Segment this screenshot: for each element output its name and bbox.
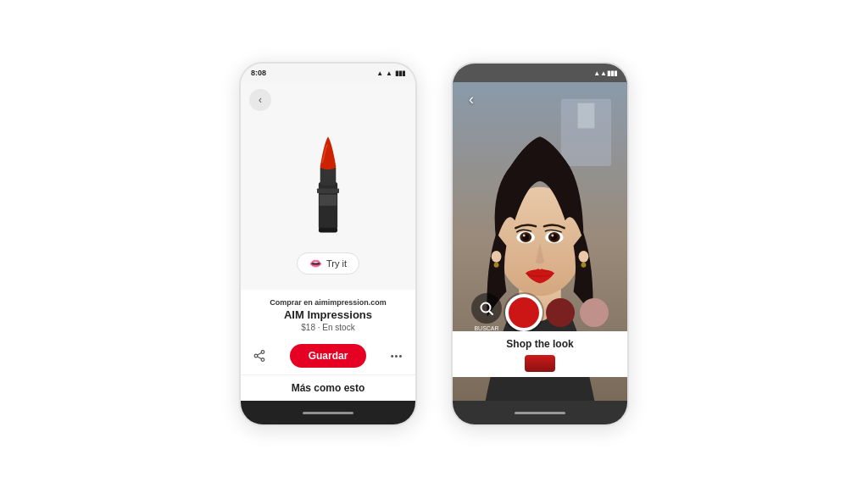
share-icon xyxy=(253,350,265,362)
left-phone: 8:08 ▲ ▲ ▮▮▮ ‹ xyxy=(239,62,417,426)
back-button-right[interactable]: ‹ xyxy=(461,89,481,109)
try-it-label: Try it xyxy=(326,258,347,269)
product-info: Comprar en aimimpression.com AIM Impress… xyxy=(241,290,415,344)
right-phone: ▲▲▮▮▮ xyxy=(451,62,629,426)
svg-rect-4 xyxy=(319,227,337,232)
product-actions: Guardar ••• xyxy=(241,344,415,374)
svg-point-25 xyxy=(494,263,499,268)
shop-look-title: Shop the look xyxy=(506,338,573,350)
lipstick-image xyxy=(294,127,362,237)
svg-point-26 xyxy=(579,251,589,263)
svg-point-23 xyxy=(551,235,554,237)
shop-look-product-thumbnail[interactable] xyxy=(525,355,555,372)
svg-rect-13 xyxy=(578,103,595,129)
share-button[interactable] xyxy=(248,344,271,368)
color-swatch-nude[interactable] xyxy=(580,298,609,327)
mas-como-esto[interactable]: Más como esto xyxy=(241,374,415,401)
svg-rect-1 xyxy=(317,188,339,193)
time-left: 8:08 xyxy=(251,69,266,77)
shop-look-bar: Shop the look xyxy=(453,331,627,377)
status-bar-left: 8:08 ▲ ▲ ▮▮▮ xyxy=(241,64,415,82)
color-swatch-dark-red[interactable] xyxy=(546,298,575,327)
back-button-left[interactable]: ‹ xyxy=(249,89,271,111)
color-swatch-red[interactable] xyxy=(507,296,541,330)
left-phone-screen: ‹ xyxy=(241,82,415,401)
lips-icon: 👄 xyxy=(309,258,322,269)
svg-line-29 xyxy=(490,312,493,315)
status-icons-right: ▲▲▮▮▮ xyxy=(593,69,617,77)
search-circle xyxy=(471,293,502,324)
buscar-label: BUSCAR xyxy=(474,325,498,331)
status-bar-right: ▲▲▮▮▮ xyxy=(453,64,627,82)
svg-point-7 xyxy=(261,358,264,362)
more-options-button[interactable]: ••• xyxy=(385,344,409,368)
color-swatches-bar: BUSCAR xyxy=(453,293,627,331)
bottom-bar-left xyxy=(241,401,415,424)
shop-at-text: Comprar en aimimpression.com xyxy=(253,298,403,307)
main-scene: 8:08 ▲ ▲ ▮▮▮ ‹ xyxy=(0,0,868,488)
svg-point-27 xyxy=(581,263,586,268)
product-image-area xyxy=(241,111,415,252)
home-indicator-right xyxy=(515,412,565,414)
try-it-button[interactable]: 👄 Try it xyxy=(297,252,359,274)
shop-at-site: aimimpression.com xyxy=(314,298,387,307)
right-phone-screen: ‹ BUSCAR Shop t xyxy=(453,82,627,401)
svg-line-10 xyxy=(258,357,262,359)
svg-point-6 xyxy=(261,351,264,354)
svg-line-9 xyxy=(258,352,262,355)
product-name: AIM Impressions xyxy=(253,308,403,321)
svg-rect-5 xyxy=(320,194,337,205)
svg-point-19 xyxy=(523,235,526,237)
buscar-button[interactable]: BUSCAR xyxy=(471,293,502,331)
svg-point-8 xyxy=(254,354,258,358)
home-indicator-left xyxy=(303,412,353,414)
bottom-bar-right xyxy=(453,401,627,424)
svg-point-24 xyxy=(492,251,502,263)
search-icon xyxy=(479,301,494,316)
status-icons-left: ▲ ▲ ▮▮▮ xyxy=(376,69,405,77)
guardar-button[interactable]: Guardar xyxy=(290,344,367,368)
product-price: $18 · En stock xyxy=(253,323,403,332)
dots-icon: ••• xyxy=(391,351,403,361)
